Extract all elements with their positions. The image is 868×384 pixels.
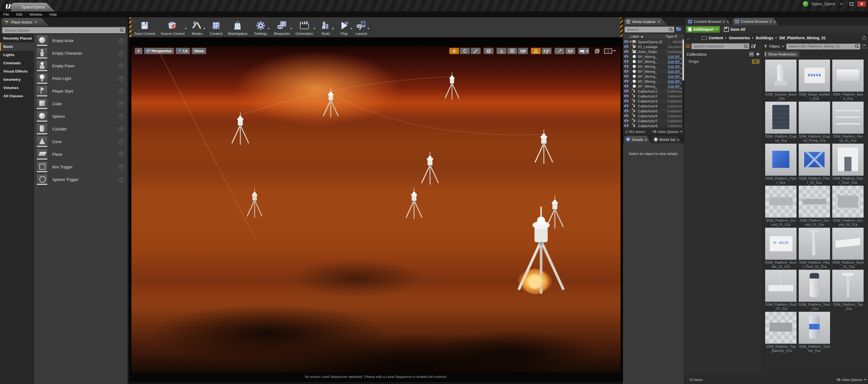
edit-blueprint-link[interactable]: Edit BP_ — [668, 65, 682, 69]
outliner-search-input[interactable] — [625, 28, 669, 32]
asset-tile[interactable]: SSM_Platform_Ground_03_01a — [832, 186, 864, 228]
sources-toggle-icon[interactable] — [686, 44, 690, 48]
asset-tile[interactable]: SSM_Platform_Roof_02_01a — [765, 270, 797, 312]
forward-arrow-icon[interactable]: → — [693, 36, 697, 40]
scrollbar-thumb[interactable] — [682, 39, 684, 80]
tab-content-browser-1[interactable]: Content Browser 1 — [733, 18, 779, 25]
outliner-row[interactable]: CableActor2CableAct — [623, 94, 682, 99]
view-mode-lit-button[interactable]: Lit — [176, 48, 190, 54]
visibility-eye-icon[interactable] — [624, 119, 628, 122]
content-button[interactable]: Content — [207, 17, 225, 37]
breadcrumb-geometries[interactable]: Geometries — [729, 36, 750, 40]
asset-tile[interactable]: SSM_Platform_Base_01a — [832, 60, 864, 102]
modes-button[interactable]: Modes — [189, 17, 206, 37]
asset-tile[interactable]: SSM_Platform_Ground_02_01a — [799, 186, 830, 228]
add-import-button[interactable]: Add/Import — [686, 26, 720, 33]
rotation-snap-value-button[interactable]: 2.5° — [541, 48, 552, 54]
help-icon[interactable] — [119, 127, 124, 132]
category-lights[interactable]: Lights — [0, 51, 34, 59]
column-label[interactable]: Label — [630, 34, 643, 38]
placeable-cylinder[interactable]: Cylinder — [34, 123, 128, 135]
menu-window[interactable]: Window — [29, 12, 42, 16]
close-icon[interactable] — [658, 21, 660, 23]
asset-tile[interactable]: SSM_Platform_Pillar_Floor_01_01a — [799, 228, 830, 270]
maximize-viewport-button[interactable] — [592, 48, 602, 54]
visibility-eye-icon[interactable] — [624, 110, 628, 112]
place-actors-tab[interactable]: Place Actors — [2, 18, 49, 26]
asset-tile[interactable]: SSM_Platform_Fence_01_01a — [832, 102, 864, 144]
help-icon[interactable] — [119, 139, 124, 144]
tab-content-browser-2[interactable]: Content Browser 2 — [686, 18, 732, 25]
placeable-cube[interactable]: Cube — [34, 98, 128, 110]
collection-item-props[interactable]: Props 52 — [686, 59, 760, 65]
outliner-row[interactable]: Anim_ShipsLevelSeq — [623, 49, 682, 54]
visibility-eye-icon[interactable] — [624, 70, 628, 73]
placeable-point-light[interactable]: Point Light — [34, 72, 128, 85]
close-icon[interactable] — [774, 20, 776, 23]
launch-button[interactable]: Launch — [353, 17, 370, 37]
menu-help[interactable]: Help — [50, 12, 57, 16]
menu-file[interactable]: File — [3, 12, 9, 16]
visibility-eye-icon[interactable] — [624, 55, 628, 58]
placeable-empty-pawn[interactable]: Empty Pawn — [34, 60, 128, 72]
scale-tool-button[interactable] — [471, 48, 480, 54]
help-icon[interactable] — [119, 38, 124, 43]
placeable-empty-actor[interactable]: Empty Actor — [34, 34, 128, 47]
placeable-sphere[interactable]: Sphere — [34, 110, 128, 123]
asset-tile[interactable]: SSM_Platform_Ground_01_01a — [765, 186, 797, 228]
help-icon[interactable] — [119, 177, 124, 182]
grid-snapping-button[interactable] — [507, 48, 517, 54]
scale-snap-value-button[interactable]: 0.5 — [565, 48, 575, 54]
content-view-options-button[interactable]: View Options — [837, 378, 866, 382]
lock-icon[interactable] — [863, 37, 866, 40]
perspective-button[interactable]: Perspective — [144, 48, 174, 54]
edit-blueprint-link[interactable]: Edit BP_ — [668, 79, 682, 83]
outliner-row[interactable]: BP_Mining_Edit BP_ — [623, 79, 682, 84]
help-icon[interactable] — [119, 64, 124, 69]
asset-tile[interactable]: SSM_Decal_Number_01a — [799, 60, 830, 102]
asset-tile[interactable]: M - 84135SSM_Platform_Number_01_01a — [765, 228, 797, 270]
visibility-eye-icon[interactable] — [624, 75, 628, 78]
visibility-eye-icon[interactable] — [624, 80, 628, 83]
camera-speed-button[interactable]: 4 — [578, 48, 589, 54]
placeable-player-start[interactable]: Player Start — [34, 85, 128, 98]
outliner-scrollbar[interactable] — [682, 39, 684, 128]
help-icon[interactable] — [119, 89, 124, 94]
category-cinematic[interactable]: Cinematic — [0, 59, 34, 67]
outliner-row[interactable]: BP_Mining_Edit BP_ — [623, 59, 682, 64]
grid-snap-value-button[interactable]: 100 — [518, 48, 528, 54]
asset-tile[interactable]: SSM_Platform_Top_01a — [832, 270, 864, 312]
close-icon[interactable] — [645, 138, 647, 141]
scale-snapping-button[interactable] — [555, 48, 564, 54]
visibility-eye-icon[interactable] — [624, 65, 628, 68]
outliner-row[interactable]: BP_Mining_Edit BP_ — [623, 54, 682, 59]
close-button[interactable] — [858, 1, 866, 7]
save-all-button[interactable]: Save All — [724, 27, 745, 32]
outliner-row[interactable]: BP_Mining_Edit BP_ — [623, 74, 682, 79]
visibility-eye-icon[interactable] — [624, 45, 628, 48]
close-icon[interactable] — [677, 138, 679, 141]
world-outliner-tab[interactable]: World Outliner — [624, 18, 668, 26]
help-icon[interactable] — [119, 165, 124, 170]
visibility-eye-icon[interactable] — [624, 114, 628, 117]
edit-blueprint-link[interactable]: Edit BP_ — [668, 69, 682, 74]
rotate-tool-button[interactable] — [460, 48, 470, 54]
expander-icon[interactable] — [630, 41, 632, 43]
asset-tile[interactable]: SSM_Platform_Floor_Door_01a — [832, 144, 864, 186]
visibility-eye-icon[interactable] — [624, 40, 628, 43]
save-current-button[interactable]: Save Current — [131, 17, 158, 37]
outliner-view-options-button[interactable]: View Options — [653, 130, 682, 134]
translate-tool-button[interactable] — [449, 48, 459, 54]
category-volumes[interactable]: Volumes — [0, 84, 34, 92]
edit-blueprint-link[interactable]: Edit BP_ — [668, 55, 682, 59]
build-button[interactable]: Build — [317, 17, 334, 37]
cinematics-button[interactable]: Cinematics — [292, 17, 316, 37]
viewport-options-button[interactable] — [135, 48, 143, 54]
edit-blueprint-link[interactable]: Edit BP_ — [668, 74, 682, 78]
breadcrumb-buildings[interactable]: Buildings — [756, 36, 773, 40]
settings-button[interactable]: Settings — [252, 17, 270, 37]
asset-tile[interactable]: SSM_Platform_Engine_01a — [765, 102, 797, 144]
asset-tile[interactable]: SSM_Cannon_Base_01a — [765, 60, 797, 102]
category-visual-effects[interactable]: Visual Effects — [0, 67, 34, 75]
asset-tile[interactable]: SSM_Platform_Engine_Pump_01a — [799, 102, 830, 144]
